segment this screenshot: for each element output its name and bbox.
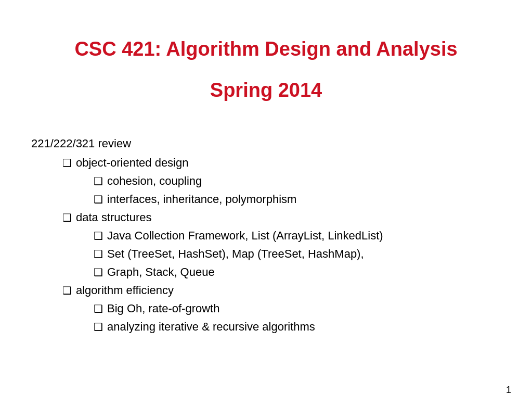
item-text: Big Oh, rate-of-growth (107, 300, 219, 317)
bullet-icon: ❑ (62, 155, 72, 171)
list-item: ❑ Graph, Stack, Queue (94, 263, 501, 281)
bullet-icon: ❑ (94, 301, 103, 316)
list-item: ❑ Big Oh, rate-of-growth (94, 300, 501, 317)
item-text: algorithm efficiency (76, 282, 174, 299)
item-text: interfaces, inheritance, polymorphism (107, 191, 296, 208)
bullet-icon: ❑ (94, 192, 103, 207)
bullet-icon: ❑ (94, 319, 103, 335)
list-item: ❑ object-oriented design (62, 154, 501, 171)
bullet-icon: ❑ (94, 246, 103, 262)
bullet-icon: ❑ (94, 173, 103, 189)
list-item: ❑ algorithm efficiency (62, 282, 501, 299)
bullet-icon: ❑ (94, 228, 103, 244)
list-item: ❑ Set (TreeSet, HashSet), Map (TreeSet, … (94, 245, 501, 262)
item-text: Graph, Stack, Queue (107, 263, 215, 281)
list-item: ❑ cohesion, coupling (94, 172, 501, 189)
section-label: 221/222/321 review (31, 135, 501, 152)
slide-subtitle: Spring 2014 (31, 78, 501, 103)
slide-content: 221/222/321 review ❑ object-oriented des… (31, 135, 501, 335)
list-item: ❑ Java Collection Framework, List (Array… (94, 227, 501, 244)
page-number: 1 (506, 385, 511, 396)
bullet-icon: ❑ (94, 264, 103, 280)
bullet-icon: ❑ (62, 210, 72, 225)
item-text: object-oriented design (76, 154, 188, 171)
bullet-icon: ❑ (62, 283, 72, 298)
item-text: cohesion, coupling (107, 172, 202, 189)
item-text: data structures (76, 209, 152, 226)
item-text: Java Collection Framework, List (ArrayLi… (107, 227, 383, 244)
item-text: Set (TreeSet, HashSet), Map (TreeSet, Ha… (107, 245, 364, 262)
list-item: ❑ analyzing iterative & recursive algori… (94, 318, 501, 335)
slide-title: CSC 421: Algorithm Design and Analysis (31, 36, 501, 62)
slide: CSC 421: Algorithm Design and Analysis S… (0, 0, 532, 406)
item-text: analyzing iterative & recursive algorith… (107, 318, 315, 335)
list-item: ❑ interfaces, inheritance, polymorphism (94, 191, 501, 208)
list-item: ❑ data structures (62, 209, 501, 226)
